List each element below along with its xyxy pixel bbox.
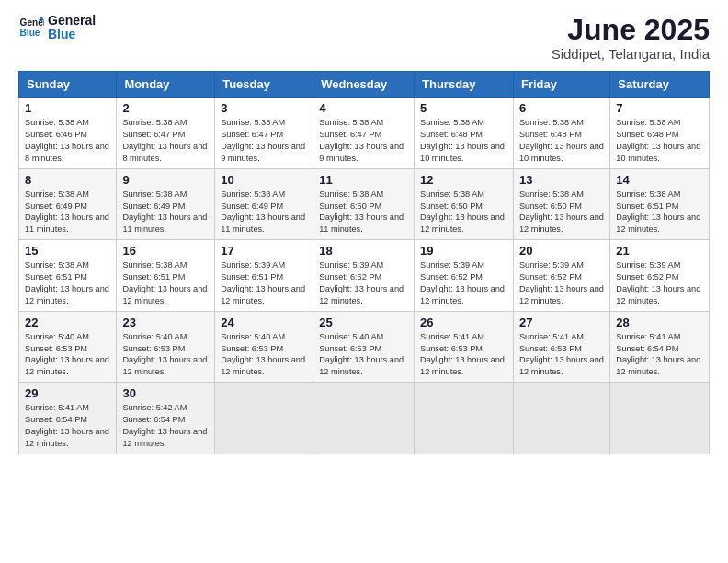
header-thursday: Thursday (415, 72, 514, 98)
day-content: Sunrise: 5:38 AMSunset: 6:49 PMDaylight:… (25, 189, 110, 236)
day-number: 20 (519, 244, 604, 258)
table-row: 14Sunrise: 5:38 AMSunset: 6:51 PMDayligh… (610, 168, 710, 240)
svg-text:Blue: Blue (20, 29, 40, 39)
day-content: Sunrise: 5:40 AMSunset: 6:53 PMDaylight:… (319, 331, 408, 379)
calendar-week-row: 15Sunrise: 5:38 AMSunset: 6:51 PMDayligh… (19, 240, 710, 312)
calendar-week-row: 8Sunrise: 5:38 AMSunset: 6:49 PMDaylight… (19, 168, 710, 240)
day-number: 28 (616, 316, 703, 329)
day-content: Sunrise: 5:38 AMSunset: 6:51 PMDaylight:… (25, 259, 110, 307)
calendar-header-row: Sunday Monday Tuesday Wednesday Thursday… (19, 72, 710, 98)
day-number: 18 (319, 244, 408, 258)
day-number: 3 (221, 101, 307, 115)
table-row: 13Sunrise: 5:38 AMSunset: 6:50 PMDayligh… (513, 168, 609, 240)
day-number: 23 (122, 316, 209, 329)
page: General Blue General Blue June 2025 Sidd… (0, 0, 728, 563)
header-sunday: Sunday (19, 72, 117, 98)
table-row: 26Sunrise: 5:41 AMSunset: 6:53 PMDayligh… (415, 311, 514, 383)
day-number: 10 (221, 173, 307, 187)
table-row (215, 383, 313, 454)
day-content: Sunrise: 5:39 AMSunset: 6:52 PMDaylight:… (519, 259, 604, 307)
day-number: 19 (420, 244, 507, 258)
header-wednesday: Wednesday (313, 72, 415, 98)
header-saturday: Saturday (610, 72, 710, 98)
day-content: Sunrise: 5:38 AMSunset: 6:49 PMDaylight:… (221, 189, 307, 236)
day-number: 6 (519, 101, 604, 115)
calendar-week-row: 22Sunrise: 5:40 AMSunset: 6:53 PMDayligh… (19, 311, 710, 383)
day-content: Sunrise: 5:38 AMSunset: 6:47 PMDaylight:… (122, 117, 209, 165)
day-content: Sunrise: 5:39 AMSunset: 6:52 PMDaylight:… (319, 259, 408, 307)
calendar-table: Sunday Monday Tuesday Wednesday Thursday… (18, 71, 710, 454)
day-content: Sunrise: 5:41 AMSunset: 6:53 PMDaylight:… (519, 331, 604, 379)
day-content: Sunrise: 5:38 AMSunset: 6:47 PMDaylight:… (221, 117, 307, 165)
table-row: 5Sunrise: 5:38 AMSunset: 6:48 PMDaylight… (415, 98, 514, 169)
day-number: 11 (319, 173, 408, 187)
day-number: 24 (221, 316, 307, 329)
table-row: 29Sunrise: 5:41 AMSunset: 6:54 PMDayligh… (19, 383, 117, 454)
table-row: 21Sunrise: 5:39 AMSunset: 6:52 PMDayligh… (610, 240, 710, 312)
calendar-week-row: 1Sunrise: 5:38 AMSunset: 6:46 PMDaylight… (19, 98, 710, 169)
title-block: June 2025 Siddipet, Telangana, India (552, 14, 710, 62)
day-content: Sunrise: 5:40 AMSunset: 6:53 PMDaylight:… (122, 331, 209, 379)
day-content: Sunrise: 5:41 AMSunset: 6:54 PMDaylight:… (25, 402, 110, 450)
subtitle: Siddipet, Telangana, India (552, 46, 710, 62)
header-friday: Friday (513, 72, 609, 98)
day-number: 14 (616, 173, 703, 187)
day-number: 26 (420, 316, 507, 329)
day-number: 13 (519, 173, 604, 187)
logo: General Blue General Blue (18, 14, 96, 42)
day-content: Sunrise: 5:38 AMSunset: 6:51 PMDaylight:… (122, 259, 209, 307)
day-content: Sunrise: 5:42 AMSunset: 6:54 PMDaylight:… (122, 402, 209, 450)
day-number: 30 (122, 386, 209, 400)
day-content: Sunrise: 5:38 AMSunset: 6:51 PMDaylight:… (616, 189, 703, 236)
day-number: 8 (25, 173, 110, 187)
table-row: 27Sunrise: 5:41 AMSunset: 6:53 PMDayligh… (513, 311, 609, 383)
day-number: 7 (616, 101, 703, 115)
day-content: Sunrise: 5:38 AMSunset: 6:48 PMDaylight:… (519, 117, 604, 165)
day-number: 5 (420, 101, 507, 115)
table-row: 10Sunrise: 5:38 AMSunset: 6:49 PMDayligh… (215, 168, 313, 240)
table-row (415, 383, 514, 454)
table-row: 18Sunrise: 5:39 AMSunset: 6:52 PMDayligh… (313, 240, 415, 312)
day-number: 1 (25, 101, 110, 115)
table-row: 22Sunrise: 5:40 AMSunset: 6:53 PMDayligh… (19, 311, 117, 383)
header-monday: Monday (117, 72, 215, 98)
day-content: Sunrise: 5:38 AMSunset: 6:49 PMDaylight:… (122, 189, 209, 236)
day-number: 16 (122, 244, 209, 258)
day-content: Sunrise: 5:40 AMSunset: 6:53 PMDaylight:… (25, 331, 110, 379)
table-row: 19Sunrise: 5:39 AMSunset: 6:52 PMDayligh… (415, 240, 514, 312)
day-content: Sunrise: 5:38 AMSunset: 6:50 PMDaylight:… (420, 189, 507, 236)
table-row: 12Sunrise: 5:38 AMSunset: 6:50 PMDayligh… (415, 168, 514, 240)
calendar-week-row: 29Sunrise: 5:41 AMSunset: 6:54 PMDayligh… (19, 383, 710, 454)
day-content: Sunrise: 5:38 AMSunset: 6:50 PMDaylight:… (519, 189, 604, 236)
day-content: Sunrise: 5:39 AMSunset: 6:51 PMDaylight:… (221, 259, 307, 307)
table-row: 4Sunrise: 5:38 AMSunset: 6:47 PMDaylight… (313, 98, 415, 169)
day-content: Sunrise: 5:38 AMSunset: 6:46 PMDaylight:… (25, 117, 110, 165)
day-content: Sunrise: 5:39 AMSunset: 6:52 PMDaylight:… (420, 259, 507, 307)
table-row: 16Sunrise: 5:38 AMSunset: 6:51 PMDayligh… (117, 240, 215, 312)
day-number: 17 (221, 244, 307, 258)
day-content: Sunrise: 5:38 AMSunset: 6:48 PMDaylight:… (420, 117, 507, 165)
day-content: Sunrise: 5:38 AMSunset: 6:48 PMDaylight:… (616, 117, 703, 165)
table-row: 25Sunrise: 5:40 AMSunset: 6:53 PMDayligh… (313, 311, 415, 383)
day-content: Sunrise: 5:41 AMSunset: 6:53 PMDaylight:… (420, 331, 507, 379)
day-number: 27 (519, 316, 604, 329)
table-row: 2Sunrise: 5:38 AMSunset: 6:47 PMDaylight… (117, 98, 215, 169)
day-number: 2 (122, 101, 209, 115)
day-number: 15 (25, 244, 110, 258)
table-row: 23Sunrise: 5:40 AMSunset: 6:53 PMDayligh… (117, 311, 215, 383)
logo-icon: General Blue (18, 15, 44, 40)
day-number: 21 (616, 244, 703, 258)
table-row: 15Sunrise: 5:38 AMSunset: 6:51 PMDayligh… (19, 240, 117, 312)
header: General Blue General Blue June 2025 Sidd… (18, 14, 710, 62)
table-row: 8Sunrise: 5:38 AMSunset: 6:49 PMDaylight… (19, 168, 117, 240)
table-row: 1Sunrise: 5:38 AMSunset: 6:46 PMDaylight… (19, 98, 117, 169)
table-row: 7Sunrise: 5:38 AMSunset: 6:48 PMDaylight… (610, 98, 710, 169)
logo-general: General (48, 14, 96, 28)
main-title: June 2025 (552, 14, 710, 46)
header-tuesday: Tuesday (215, 72, 313, 98)
table-row: 3Sunrise: 5:38 AMSunset: 6:47 PMDaylight… (215, 98, 313, 169)
day-content: Sunrise: 5:39 AMSunset: 6:52 PMDaylight:… (616, 259, 703, 307)
table-row (513, 383, 609, 454)
table-row: 24Sunrise: 5:40 AMSunset: 6:53 PMDayligh… (215, 311, 313, 383)
day-number: 4 (319, 101, 408, 115)
